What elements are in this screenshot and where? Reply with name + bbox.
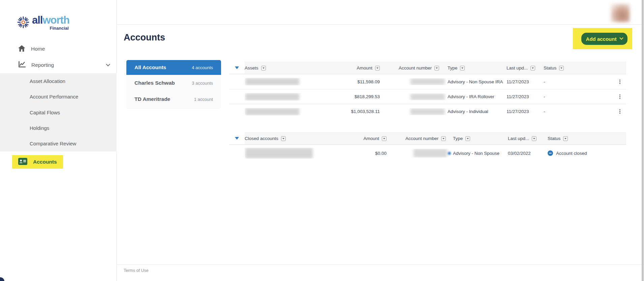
dropdown-box-icon[interactable]: [465, 136, 470, 141]
column-header-status: Status: [544, 65, 556, 71]
dropdown-box-icon[interactable]: [382, 136, 387, 141]
redacted-icon: [448, 152, 451, 155]
table-row[interactable]: $0.00 Advisory - Non Spouse IRA 03/02/20…: [229, 145, 626, 162]
cell-last-updated: 11/27/2023: [507, 79, 544, 84]
cell-last-updated: 03/02/2022: [501, 151, 540, 156]
terms-of-use-link[interactable]: Terms of Use: [124, 268, 149, 273]
sidebar-item-label: Home: [31, 46, 45, 52]
table-row[interactable]: $818,299.53 Advisory - IRA Rollover 11/2…: [229, 89, 626, 104]
avatar[interactable]: [611, 4, 630, 22]
cell-amount: $1,003,528.11: [317, 109, 382, 114]
group-label: All Accounts: [134, 64, 166, 71]
redacted-account-number: [410, 108, 445, 115]
cell-type: Advisory - Non Spouse IRA: [448, 79, 507, 84]
chevron-down-icon: [620, 36, 623, 40]
house-icon: [18, 45, 25, 53]
column-header-account-number: Account number: [405, 136, 438, 141]
sidebar-item-asset-allocation[interactable]: Asset Allocation: [0, 73, 117, 89]
group-td-ameritrade[interactable]: TD Ameritrade 1 account: [126, 91, 221, 107]
caret-down-icon[interactable]: [235, 137, 239, 140]
table-row[interactable]: $11,598.09 Advisory - Non Spouse IRA 11/…: [229, 74, 626, 89]
page-title: Accounts: [124, 32, 165, 43]
dropdown-box-icon[interactable]: [281, 136, 286, 141]
cell-status: -: [544, 109, 613, 114]
group-count: 1 account: [194, 97, 213, 102]
cell-amount: $11,598.09: [317, 79, 382, 84]
redacted-account-name: [245, 108, 299, 115]
add-account-button[interactable]: Add account: [581, 33, 627, 45]
cell-status: -: [544, 94, 613, 99]
redacted-account-name: [245, 148, 313, 159]
cell-amount: $818,299.53: [317, 94, 382, 99]
sidebar-item-capital-flows[interactable]: Capital Flows: [0, 105, 117, 120]
sidebar-item-reporting[interactable]: Reporting: [0, 57, 117, 73]
cell-last-updated: 11/27/2023: [507, 109, 544, 114]
sidebar-item-comparative-review[interactable]: Comparative Review: [0, 136, 117, 151]
sidebar-item-label: Reporting: [31, 62, 54, 68]
dropdown-box-icon[interactable]: [441, 136, 446, 141]
line-chart-icon: [18, 61, 26, 69]
dropdown-box-icon[interactable]: [460, 66, 465, 71]
column-header-account-number: Account number: [399, 65, 432, 71]
redacted-account-name: [245, 93, 299, 101]
reporting-submenu: Asset Allocation Account Performance Cap…: [0, 73, 117, 151]
header-divider: [117, 24, 644, 25]
dropdown-box-icon[interactable]: [530, 66, 535, 71]
group-label: TD Ameritrade: [134, 96, 170, 102]
sidebar-item-holdings[interactable]: Holdings: [0, 120, 117, 136]
starburst-icon: [17, 16, 30, 30]
column-header-status: Status: [548, 136, 560, 141]
cell-status: -: [544, 79, 613, 84]
redacted-account-number: [413, 149, 447, 158]
kebab-menu-icon[interactable]: [618, 78, 622, 85]
status-badge: Account closed: [548, 150, 587, 156]
scrollbar[interactable]: [642, 0, 644, 281]
group-label: Charles Schwab: [134, 80, 175, 86]
add-account-label: Add account: [586, 36, 617, 42]
cell-type: Advisory - Individual: [448, 109, 507, 114]
brand-logo: allworth Financial: [17, 15, 69, 31]
column-header-last-updated: Last upd...: [508, 136, 529, 141]
column-header-type: Type: [448, 65, 457, 71]
kebab-menu-icon[interactable]: [618, 93, 622, 100]
kebab-menu-icon[interactable]: [618, 108, 622, 115]
sidebar-item-label: Accounts: [33, 159, 57, 165]
dropdown-box-icon[interactable]: [375, 66, 380, 71]
dropdown-box-icon[interactable]: [261, 66, 266, 71]
cell-type: Advisory - IRA Rollover: [448, 94, 507, 99]
brand-tagline: Financial: [32, 26, 69, 31]
cell-type: Advisory - Non Spouse IRA: [453, 151, 501, 156]
closed-accounts-table: Closed accounts Amount Account number Ty…: [229, 132, 626, 162]
dropdown-box-icon[interactable]: [434, 66, 439, 71]
open-accounts-table: Assets Amount Account number Type Last u…: [229, 62, 626, 119]
contact-card-icon: [18, 158, 27, 166]
sidebar-item-home[interactable]: Home: [0, 41, 117, 57]
dropdown-box-icon[interactable]: [532, 136, 536, 141]
sidebar: allworth Financial Home Reporting Asset …: [0, 0, 117, 281]
cell-last-updated: 11/27/2023: [507, 94, 544, 99]
column-header-amount: Amount: [357, 65, 372, 71]
column-header-type: Type: [453, 136, 463, 141]
table-row[interactable]: $1,003,528.11 Advisory - Individual 11/2…: [229, 104, 626, 119]
redacted-account-number: [410, 78, 445, 85]
redacted-account-name: [245, 78, 299, 85]
status-label: Account closed: [556, 151, 587, 156]
chevron-down-icon[interactable]: [106, 62, 110, 66]
column-header-assets: Assets: [245, 65, 258, 71]
minus-circle-icon: [548, 150, 553, 156]
brand-wordmark: allworth: [32, 15, 69, 25]
cell-amount: $0.00: [320, 151, 389, 156]
open-table-header: Assets Amount Account number Type Last u…: [229, 62, 626, 74]
sidebar-item-accounts[interactable]: Accounts: [0, 154, 117, 170]
column-header-closed-accounts: Closed accounts: [245, 136, 278, 141]
dropdown-box-icon[interactable]: [563, 136, 568, 141]
dropdown-box-icon[interactable]: [559, 66, 564, 71]
caret-down-icon[interactable]: [235, 66, 239, 69]
group-count: 4 accounts: [192, 65, 213, 70]
group-all-accounts[interactable]: All Accounts 4 accounts: [126, 60, 221, 75]
closed-table-header: Closed accounts Amount Account number Ty…: [229, 132, 626, 145]
column-header-amount: Amount: [363, 136, 379, 141]
group-charles-schwab[interactable]: Charles Schwab 3 accounts: [126, 75, 221, 91]
account-groups-panel: All Accounts 4 accounts Charles Schwab 3…: [126, 60, 221, 109]
sidebar-item-account-performance[interactable]: Account Performance: [0, 89, 117, 104]
